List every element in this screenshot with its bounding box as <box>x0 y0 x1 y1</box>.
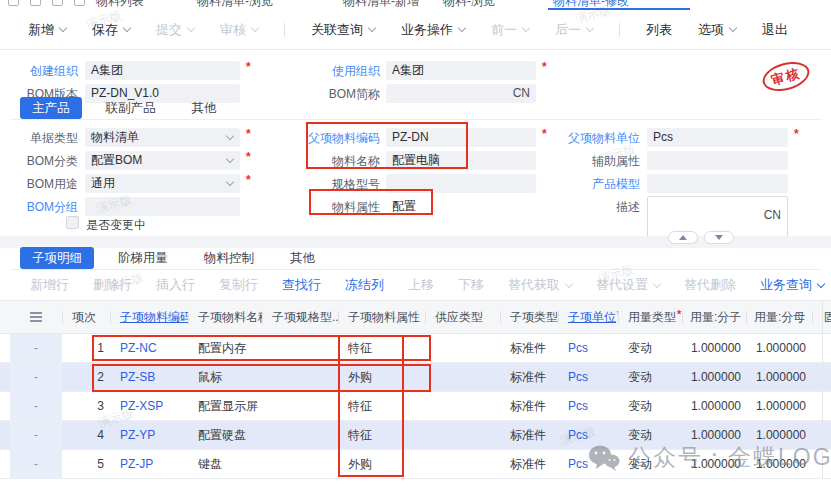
substitute-delete-button[interactable]: 替代删除 <box>684 276 736 294</box>
audit-button[interactable]: 审核 <box>220 21 258 39</box>
col-child-unit[interactable]: 子项单位* <box>558 301 618 333</box>
app-icon[interactable] <box>52 0 63 6</box>
column-divider <box>822 300 823 479</box>
delete-row-button[interactable]: 删除行 <box>93 276 132 294</box>
unit-link[interactable]: Pcs <box>568 399 588 413</box>
bom-use-select[interactable]: 通用 <box>85 174 240 193</box>
table-row[interactable]: - 4 PZ-YP 配置硬盘 特征 标准件 Pcs 变动 1.000000 1.… <box>0 421 831 450</box>
col-child-name[interactable]: 子项物料名称 <box>188 301 262 333</box>
unit-link[interactable]: Pcs <box>568 428 588 442</box>
lang-suffix: CN <box>764 208 781 222</box>
col-child-spec[interactable]: 子项规格型... <box>262 301 338 333</box>
col-child-type[interactable]: 子项类型* <box>500 301 558 333</box>
bom-abbr-field[interactable]: CN <box>386 84 536 103</box>
top-tab[interactable]: 物料清单-浏览 <box>197 0 273 10</box>
doc-type-select[interactable]: 物料清单 <box>85 128 240 147</box>
table-row[interactable]: - 1 PZ-NC 配置内存 特征 标准件 Pcs 变动 1.000000 1.… <box>0 334 831 363</box>
save-button[interactable]: 保存 <box>92 21 130 39</box>
new-button[interactable]: 新增 <box>28 21 66 39</box>
add-row-button[interactable]: 新增行 <box>30 276 69 294</box>
child-code-link[interactable]: PZ-NC <box>120 341 157 355</box>
aux-attr-field[interactable] <box>647 151 788 170</box>
row-handle[interactable]: - <box>10 450 62 478</box>
col-usage-numerator[interactable]: 用量:分子 <box>682 301 746 333</box>
business-ops-button[interactable]: 业务操作 <box>401 21 465 39</box>
app-icon[interactable] <box>30 0 41 6</box>
find-row-button[interactable]: 查找行 <box>282 276 321 294</box>
col-seq[interactable]: 项次 <box>62 301 110 333</box>
insert-row-button[interactable]: 插入行 <box>156 276 195 294</box>
bom-group-field[interactable] <box>85 197 240 216</box>
tab-main-product[interactable]: 主产品 <box>20 97 82 119</box>
top-tab-strip: 物料列表 物料清单-浏览 物料清单-新增 物料-浏览 物料清单-修改 <box>0 0 831 10</box>
collapse-down-button[interactable] <box>704 231 734 244</box>
list-button[interactable]: 列表 <box>646 21 672 39</box>
exit-button[interactable]: 退出 <box>762 21 788 39</box>
chevron-down-icon <box>729 24 737 32</box>
app-icon[interactable] <box>8 0 19 6</box>
top-tab[interactable]: 物料-浏览 <box>443 0 495 10</box>
tab-material-control[interactable]: 物料控制 <box>192 247 266 269</box>
tab-child-detail[interactable]: 子项明细 <box>20 247 94 269</box>
chevron-down-icon <box>565 279 573 287</box>
unit-link[interactable]: Pcs <box>568 341 588 355</box>
unit-link[interactable]: Pcs <box>568 457 588 471</box>
child-code-link[interactable]: PZ-SB <box>120 370 155 384</box>
submit-button[interactable]: 提交 <box>156 21 194 39</box>
collapse-up-button[interactable] <box>668 231 698 244</box>
row-handle[interactable]: - <box>10 392 62 420</box>
bom-class-select[interactable]: 配置BOM <box>85 151 240 170</box>
row-handle[interactable]: - <box>10 421 62 449</box>
substitute-get-button[interactable]: 替代获取 <box>508 276 572 294</box>
row-toolbar: 新增行 删除行 插入行 复制行 查找行 冻结列 上移 下移 替代获取 替代设置 … <box>0 272 831 298</box>
table-row[interactable]: - 3 PZ-XSP 配置显示屏 特征 标准件 Pcs 变动 1.000000 … <box>0 392 831 421</box>
child-code-link[interactable]: PZ-XSP <box>120 399 163 413</box>
tab-detail-other[interactable]: 其他 <box>278 247 327 269</box>
app-icon[interactable] <box>74 0 85 6</box>
mat-name-field[interactable]: 配置电脑 <box>386 151 536 170</box>
triangle-up-icon <box>679 235 687 240</box>
parent-code-field[interactable]: PZ-DN <box>386 128 536 147</box>
related-query-button[interactable]: 关联查询 <box>311 21 375 39</box>
child-code-link[interactable]: PZ-YP <box>120 428 155 442</box>
table-header-row: 项次 子项物料编码* 子项物料名称 子项规格型... 子项物料属性 供应类型 子… <box>0 300 831 334</box>
substitute-set-button[interactable]: 替代设置 <box>596 276 660 294</box>
prev-button[interactable]: 前一 <box>491 21 529 39</box>
row-config-icon[interactable] <box>10 301 62 333</box>
parent-unit-field[interactable]: Pcs <box>647 128 788 147</box>
audit-stamp: 审核 <box>759 57 813 96</box>
required-mark: * <box>246 60 251 74</box>
tab-other-product[interactable]: 其他 <box>180 97 229 119</box>
row-handle[interactable]: - <box>10 363 62 391</box>
business-query-button[interactable]: 业务查询 <box>760 276 824 294</box>
create-org-field[interactable]: A集团 <box>85 61 240 80</box>
changing-checkbox[interactable] <box>66 216 79 229</box>
tab-joint-product[interactable]: 联副产品 <box>94 97 168 119</box>
freeze-column-button[interactable]: 冻结列 <box>345 276 384 294</box>
col-child-attr[interactable]: 子项物料属性 <box>338 301 425 333</box>
tab-step-usage[interactable]: 阶梯用量 <box>106 247 180 269</box>
child-code-link[interactable]: PZ-JP <box>120 457 153 471</box>
mat-attr-field[interactable]: 配置 <box>386 197 536 216</box>
options-button[interactable]: 选项 <box>698 21 736 39</box>
spec-field[interactable] <box>386 174 536 193</box>
move-up-button[interactable]: 上移 <box>408 276 434 294</box>
row-handle[interactable]: - <box>10 334 62 362</box>
product-model-field[interactable] <box>647 174 788 193</box>
chevron-down-icon <box>586 24 594 32</box>
move-down-button[interactable]: 下移 <box>458 276 484 294</box>
top-tab[interactable]: 物料清单-新增 <box>343 0 419 10</box>
mat-name-label: 物料名称 <box>306 152 380 170</box>
col-usage-type[interactable]: 用量类型* <box>618 301 682 333</box>
top-tab[interactable]: 物料列表 <box>96 0 144 10</box>
col-child-code[interactable]: 子项物料编码* <box>110 301 188 333</box>
table-row[interactable]: - 2 PZ-SB 鼠标 外购 标准件 Pcs 变动 1.000000 1.00… <box>0 363 831 392</box>
next-button[interactable]: 后一 <box>555 21 593 39</box>
copy-row-button[interactable]: 复制行 <box>219 276 258 294</box>
required-mark: * <box>246 127 251 141</box>
col-supply-type[interactable]: 供应类型 <box>425 301 500 333</box>
use-org-field[interactable]: A集团 <box>386 61 536 80</box>
table-row[interactable]: - 5 PZ-JP 键盘 外购 标准件 Pcs 变动 1.000000 1.00… <box>0 450 831 479</box>
unit-link[interactable]: Pcs <box>568 370 588 384</box>
col-usage-denominator[interactable]: 用量:分母 <box>746 301 812 333</box>
